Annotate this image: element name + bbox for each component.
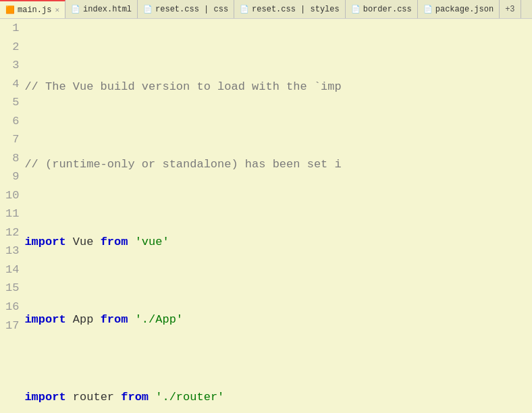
tab-main-js[interactable]: 🟧 main.js ✕ (0, 0, 65, 19)
tab-border-css[interactable]: 📄 border.css (346, 0, 418, 19)
line-numbers: 1 2 3 4 5 6 7 8 9 10 11 12 13 14 15 16 1… (0, 19, 24, 413)
line-num-7: 7 (5, 130, 19, 149)
code-line-2: // (runtime-only or standalone) has been… (24, 155, 532, 174)
kw-import-5: import (24, 391, 65, 404)
line-num-12: 12 (5, 223, 19, 242)
line-num-4: 4 (5, 75, 19, 94)
kw-from-5: from (121, 391, 149, 404)
line-num-17: 17 (5, 316, 19, 335)
code-line-1: // The Vue build version to load with th… (24, 78, 532, 97)
line-num-16: 16 (5, 298, 19, 316)
str-4: './App' (135, 313, 183, 326)
tab-overflow[interactable]: +3 (500, 0, 521, 19)
tab-index-html-label: index.html (83, 5, 132, 14)
line-num-5: 5 (5, 93, 19, 112)
line-num-2: 2 (5, 38, 19, 57)
comment-2: // (runtime-only or standalone) has been… (24, 158, 341, 171)
tab-reset-css-1-label: reset.css | css (155, 5, 228, 14)
code-line-4: import App from './App' (24, 310, 532, 329)
tab-package-json-label: package.json (435, 5, 494, 14)
line-num-13: 13 (5, 242, 19, 260)
tab-bar: 🟧 main.js ✕ 📄 index.html 📄 reset.css | c… (0, 0, 532, 19)
text-4a: App (66, 313, 101, 326)
line-num-1: 1 (5, 19, 19, 38)
css-icon-3: 📄 (351, 5, 361, 13)
line-num-15: 15 (5, 279, 19, 298)
kw-from-4: from (101, 313, 128, 326)
tab-reset-css-2-label: reset.css | styles (252, 5, 340, 14)
html-icon: 📄 (71, 5, 80, 13)
close-main-js[interactable]: ✕ (55, 5, 59, 14)
str-3: 'vue' (135, 236, 169, 248)
line-num-8: 8 (5, 149, 19, 168)
tab-main-js-label: main.js (18, 5, 51, 15)
tab-package-json[interactable]: 📄 package.json (418, 0, 500, 19)
kw-from-3: from (101, 236, 128, 248)
css-icon-2: 📄 (240, 5, 249, 13)
text-3a: Vue (66, 236, 101, 248)
kw-import-4: import (24, 313, 65, 326)
line-num-9: 9 (5, 167, 19, 186)
tab-border-css-label: border.css (363, 5, 412, 14)
code-line-5: import router from './router' (24, 388, 532, 407)
json-icon: 📄 (423, 5, 433, 13)
tab-reset-css-2[interactable]: 📄 reset.css | styles (234, 0, 346, 19)
text-3b (128, 236, 134, 248)
css-icon-1: 📄 (143, 5, 153, 13)
tab-reset-css-1[interactable]: 📄 reset.css | css (138, 0, 234, 19)
code-container: 1 2 3 4 5 6 7 8 9 10 11 12 13 14 15 16 1… (0, 19, 532, 413)
code-lines: // The Vue build version to load with th… (24, 19, 532, 413)
comment-1: // The Vue build version to load with th… (24, 80, 341, 93)
line-num-14: 14 (5, 260, 19, 279)
line-num-10: 10 (5, 186, 19, 205)
text-5a: router (66, 391, 122, 404)
tab-index-html[interactable]: 📄 index.html (65, 0, 138, 19)
text-4b (128, 313, 134, 326)
line-num-6: 6 (5, 112, 19, 131)
str-5: './router' (155, 391, 224, 404)
editor-area: 1 2 3 4 5 6 7 8 9 10 11 12 13 14 15 16 1… (0, 19, 532, 413)
line-num-3: 3 (5, 56, 19, 75)
text-5b (149, 391, 155, 404)
js-icon: 🟧 (5, 5, 15, 14)
tab-overflow-label: +3 (505, 5, 514, 14)
code-line-3: import Vue from 'vue' (24, 233, 532, 252)
line-num-11: 11 (5, 204, 19, 223)
kw-import-3: import (24, 236, 65, 248)
